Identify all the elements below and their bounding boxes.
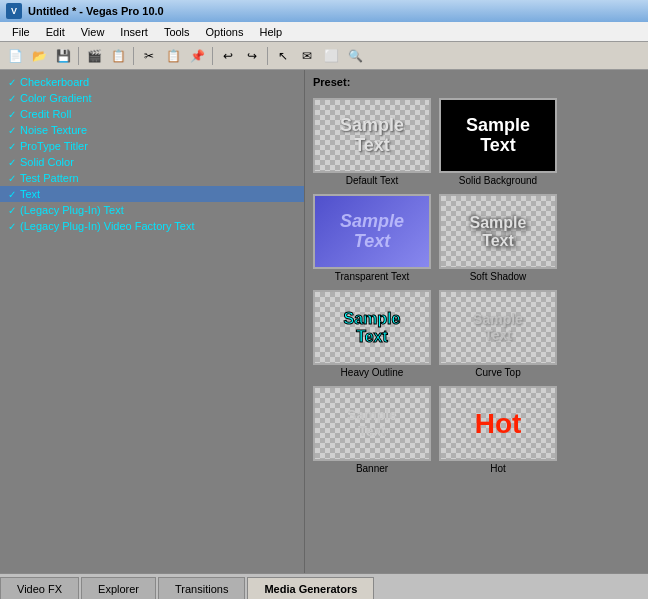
preset-item-7[interactable]: HotHot: [439, 386, 557, 474]
tb-sep3: [212, 47, 213, 65]
preset-thumb-3: SampleText: [439, 194, 557, 269]
menu-item-help[interactable]: Help: [251, 24, 290, 40]
tab-media-generators[interactable]: Media Generators: [247, 577, 374, 599]
tb-paste[interactable]: 📌: [186, 45, 208, 67]
tb-save[interactable]: 💾: [52, 45, 74, 67]
check-icon: ✓: [8, 93, 16, 104]
check-icon: ✓: [8, 141, 16, 152]
preset-name-3: Soft Shadow: [470, 271, 527, 282]
preset-thumb-7: Hot: [439, 386, 557, 461]
main-content: ✓Checkerboard✓Color Gradient✓Credit Roll…: [0, 70, 648, 573]
check-icon: ✓: [8, 157, 16, 168]
check-icon: ✓: [8, 109, 16, 120]
item-label: Noise Texture: [20, 124, 87, 136]
tb-cursor[interactable]: ↖: [272, 45, 294, 67]
bottom-tabs: Video FXExplorerTransitionsMedia Generat…: [0, 573, 648, 599]
app-icon: V: [6, 3, 22, 19]
left-panel-item-2[interactable]: ✓Credit Roll: [0, 106, 304, 122]
item-label: ProType Titler: [20, 140, 88, 152]
preset-item-3[interactable]: SampleTextSoft Shadow: [439, 194, 557, 282]
presets-area[interactable]: SampleTextDefault TextSampleTextSolid Ba…: [309, 94, 644, 569]
sample-text: SampleText: [470, 214, 527, 249]
sample-text: SampleText: [340, 212, 404, 252]
left-panel-item-8[interactable]: ✓(Legacy Plug-In) Text: [0, 202, 304, 218]
item-label: Color Gradient: [20, 92, 92, 104]
presets-grid: SampleTextDefault TextSampleTextSolid Ba…: [309, 94, 644, 478]
preset-name-1: Solid Background: [459, 175, 537, 186]
left-panel-item-5[interactable]: ✓Solid Color: [0, 154, 304, 170]
menu-item-insert[interactable]: Insert: [112, 24, 156, 40]
left-panel-item-6[interactable]: ✓Test Pattern: [0, 170, 304, 186]
menu-item-tools[interactable]: Tools: [156, 24, 198, 40]
item-label: Text: [20, 188, 40, 200]
preset-name-7: Hot: [490, 463, 506, 474]
tab-transitions[interactable]: Transitions: [158, 577, 245, 599]
menu-bar: FileEditViewInsertToolsOptionsHelp: [0, 22, 648, 42]
left-panel-item-0[interactable]: ✓Checkerboard: [0, 74, 304, 90]
left-panel-item-4[interactable]: ✓ProType Titler: [0, 138, 304, 154]
preset-item-0[interactable]: SampleTextDefault Text: [313, 98, 431, 186]
item-label: Checkerboard: [20, 76, 89, 88]
menu-item-options[interactable]: Options: [198, 24, 252, 40]
sample-text: Hot: [475, 408, 522, 440]
right-panel: Preset: SampleTextDefault TextSampleText…: [305, 70, 648, 573]
tb-cut[interactable]: ✂: [138, 45, 160, 67]
tab-video-fx[interactable]: Video FX: [0, 577, 79, 599]
preset-label: Preset:: [309, 74, 644, 90]
preset-thumb-5: SampleText: [439, 290, 557, 365]
tb-redo[interactable]: ↪: [241, 45, 263, 67]
title-bar-text: Untitled * - Vegas Pro 10.0: [28, 5, 164, 17]
menu-item-edit[interactable]: Edit: [38, 24, 73, 40]
toolbar: 📄 📂 💾 🎬 📋 ✂ 📋 📌 ↩ ↪ ↖ ✉ ⬜ 🔍: [0, 42, 648, 70]
sample-text: SampleText: [466, 116, 530, 156]
check-icon: ✓: [8, 205, 16, 216]
tb-zoom[interactable]: 🔍: [344, 45, 366, 67]
preset-thumb-0: SampleText: [313, 98, 431, 173]
preset-item-5[interactable]: SampleTextCurve Top: [439, 290, 557, 378]
left-panel-item-9[interactable]: ✓(Legacy Plug-In) Video Factory Text: [0, 218, 304, 234]
menu-item-view[interactable]: View: [73, 24, 113, 40]
preset-name-4: Heavy Outline: [341, 367, 404, 378]
tb-sep4: [267, 47, 268, 65]
left-panel-item-1[interactable]: ✓Color Gradient: [0, 90, 304, 106]
tab-explorer[interactable]: Explorer: [81, 577, 156, 599]
tb-open[interactable]: 📂: [28, 45, 50, 67]
preset-name-0: Default Text: [346, 175, 399, 186]
tb-new[interactable]: 📄: [4, 45, 26, 67]
tb-sep1: [78, 47, 79, 65]
preset-item-4[interactable]: SampleTextHeavy Outline: [313, 290, 431, 378]
preset-name-2: Transparent Text: [335, 271, 409, 282]
sample-text: SampleText: [347, 408, 397, 439]
tb-copy[interactable]: 📋: [162, 45, 184, 67]
preset-item-2[interactable]: SampleTextTransparent Text: [313, 194, 431, 282]
tb-sep2: [133, 47, 134, 65]
check-icon: ✓: [8, 221, 16, 232]
tb-undo[interactable]: ↩: [217, 45, 239, 67]
item-label: Solid Color: [20, 156, 74, 168]
left-panel-item-7[interactable]: ✓Text: [0, 186, 304, 202]
tb-props[interactable]: 📋: [107, 45, 129, 67]
menu-item-file[interactable]: File: [4, 24, 38, 40]
check-icon: ✓: [8, 125, 16, 136]
preset-item-6[interactable]: SampleTextBanner: [313, 386, 431, 474]
tb-render[interactable]: 🎬: [83, 45, 105, 67]
tb-select[interactable]: ⬜: [320, 45, 342, 67]
check-icon: ✓: [8, 173, 16, 184]
preset-name-5: Curve Top: [475, 367, 520, 378]
item-label: Credit Roll: [20, 108, 71, 120]
left-panel-item-3[interactable]: ✓Noise Texture: [0, 122, 304, 138]
item-label: (Legacy Plug-In) Video Factory Text: [20, 220, 194, 232]
preset-thumb-6: SampleText: [313, 386, 431, 461]
sample-text: SampleText: [473, 312, 523, 343]
check-icon: ✓: [8, 189, 16, 200]
preset-thumb-2: SampleText: [313, 194, 431, 269]
check-icon: ✓: [8, 77, 16, 88]
preset-thumb-4: SampleText: [313, 290, 431, 365]
preset-name-6: Banner: [356, 463, 388, 474]
sample-text: SampleText: [344, 310, 401, 345]
tb-envelope[interactable]: ✉: [296, 45, 318, 67]
preset-thumb-1: SampleText: [439, 98, 557, 173]
sample-text: SampleText: [340, 116, 404, 156]
title-bar: V Untitled * - Vegas Pro 10.0: [0, 0, 648, 22]
preset-item-1[interactable]: SampleTextSolid Background: [439, 98, 557, 186]
